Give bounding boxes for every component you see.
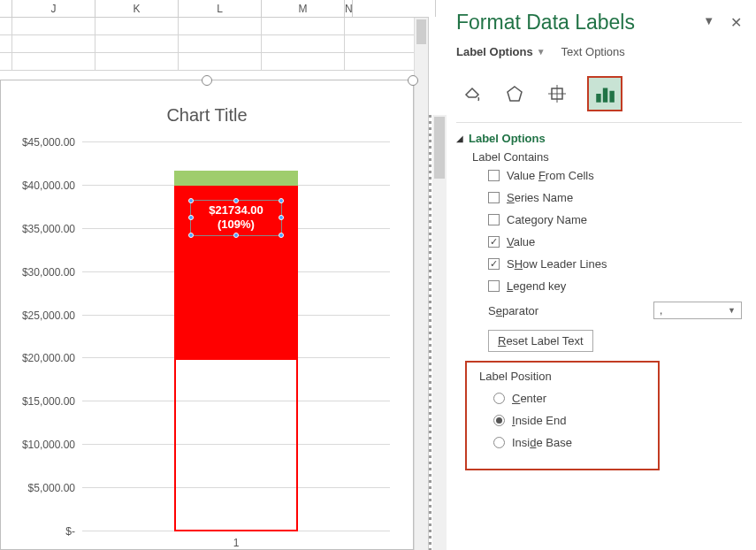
worksheet-area: J K L M N Chart Title $- $5,000.00 $10,0…	[0, 0, 429, 550]
col-header-k[interactable]: K	[95, 0, 179, 17]
checkbox-icon: ✓	[488, 258, 500, 270]
chart-object[interactable]: Chart Title $- $5,000.00 $10,000.00 $15,…	[0, 80, 414, 550]
radio-icon	[493, 415, 505, 426]
label-position-heading: Label Position	[479, 370, 649, 383]
y-axis-label: $30,000.00	[22, 266, 82, 279]
checkbox-icon	[488, 192, 500, 203]
format-data-labels-pane: Format Data Labels ▼ ✕ Label Options ▼ T…	[447, 0, 756, 550]
chevron-down-icon: ▼	[537, 47, 546, 57]
bar-series-green[interactable]	[174, 171, 297, 186]
label-contains-heading: Label Contains	[472, 150, 742, 164]
effects-icon[interactable]	[502, 81, 527, 106]
chart-title[interactable]: Chart Title	[1, 105, 413, 126]
pane-dropdown-icon[interactable]: ▼	[703, 14, 714, 31]
collapse-triangle-icon: ◢	[456, 134, 463, 143]
col-header-edge	[0, 0, 12, 17]
col-header-m[interactable]: M	[262, 0, 345, 17]
chart-resize-handle-top[interactable]	[202, 75, 212, 86]
col-header-edge2	[353, 0, 436, 17]
pane-title: Format Data Labels	[456, 11, 635, 34]
scrollbar-thumb[interactable]	[416, 19, 426, 44]
pane-left-scrollbar[interactable]	[432, 115, 447, 550]
checkbox-icon	[488, 280, 500, 292]
section-label-options[interactable]: ◢ Label Options	[456, 132, 742, 145]
separator-select[interactable]: , ▼	[653, 302, 742, 319]
svg-rect-4	[596, 94, 600, 103]
pane-close-icon[interactable]: ✕	[730, 14, 742, 31]
chart-resize-handle-top-right[interactable]	[408, 75, 418, 86]
checkbox-legend-key[interactable]: Legend key	[488, 279, 742, 293]
label-options-icon[interactable]	[587, 76, 622, 111]
data-label-pct: (109%)	[196, 218, 276, 232]
selection-handle[interactable]	[188, 233, 194, 238]
pane-splitter[interactable]	[429, 115, 431, 550]
size-properties-icon[interactable]	[545, 81, 569, 106]
col-header-l[interactable]: L	[179, 0, 262, 17]
grid-rows[interactable]	[0, 18, 414, 71]
label-position-group: Label Position Center Inside End Inside …	[465, 361, 660, 470]
chart-plot-area[interactable]: $- $5,000.00 $10,000.00 $15,000.00 $20,0…	[82, 142, 390, 531]
bar-series-outline[interactable]	[174, 358, 297, 531]
data-label-selected[interactable]: $21734.00 (109%)	[190, 200, 282, 236]
reset-label-text-button[interactable]: Reset Label Text	[488, 330, 593, 352]
y-axis-label: $40,000.00	[22, 180, 82, 192]
worksheet-vertical-scrollbar[interactable]	[414, 18, 428, 550]
checkbox-icon	[488, 214, 500, 225]
selection-handle[interactable]	[279, 233, 284, 238]
y-axis-label: $10,000.00	[22, 439, 82, 451]
y-axis-label: $20,000.00	[22, 352, 82, 364]
checkbox-category-name[interactable]: Category Name	[488, 213, 742, 226]
selection-handle[interactable]	[233, 233, 239, 238]
y-axis-label: $5,000.00	[28, 482, 82, 494]
checkbox-series-name[interactable]: Series Name	[488, 191, 742, 204]
radio-icon	[493, 393, 505, 404]
selection-handle[interactable]	[188, 215, 194, 220]
checkbox-value[interactable]: ✓ Value	[488, 235, 742, 248]
data-label-value: $21734.00	[196, 203, 276, 218]
col-header-n[interactable]: N	[345, 0, 353, 17]
checkbox-value-from-cells[interactable]: Value From Cells	[488, 169, 742, 182]
radio-inside-end[interactable]: Inside End	[493, 414, 649, 427]
column-headers: J K L M N	[0, 0, 428, 18]
selection-handle[interactable]	[188, 198, 194, 203]
checkbox-icon	[488, 170, 500, 181]
tab-label-options[interactable]: Label Options ▼	[456, 45, 546, 58]
separator-label: Separator	[488, 304, 538, 317]
y-axis-label: $15,000.00	[22, 395, 82, 408]
radio-inside-base[interactable]: Inside Base	[493, 436, 649, 449]
y-axis-label: $25,000.00	[22, 309, 82, 322]
fill-line-icon[interactable]	[460, 81, 485, 106]
radio-icon	[493, 437, 505, 448]
y-axis-label: $45,000.00	[22, 136, 82, 149]
radio-center[interactable]: Center	[493, 392, 649, 405]
checkbox-show-leader-lines[interactable]: ✓ SHow Leader Lines	[488, 257, 742, 271]
y-axis-label: $35,000.00	[22, 223, 82, 235]
x-axis-label: 1	[82, 537, 390, 549]
col-header-j[interactable]: J	[12, 0, 95, 17]
scrollbar-thumb[interactable]	[434, 117, 445, 179]
svg-rect-6	[609, 91, 614, 103]
svg-marker-0	[508, 87, 522, 101]
svg-rect-5	[603, 88, 607, 103]
checkbox-icon: ✓	[488, 236, 500, 248]
tab-text-options[interactable]: Text Options	[561, 45, 625, 58]
chevron-down-icon: ▼	[728, 306, 736, 315]
y-axis-label: $-	[65, 525, 82, 538]
